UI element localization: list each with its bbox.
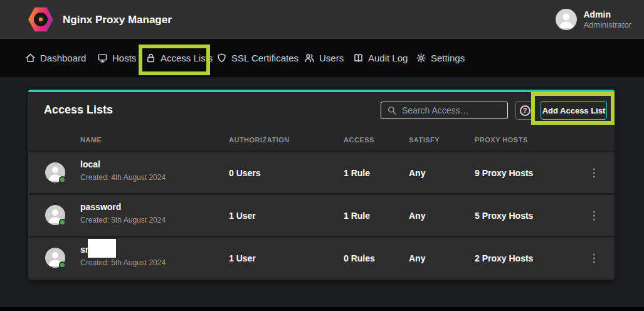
access-cell: 1 Rule <box>344 168 370 178</box>
nav-item-audit-log[interactable]: Audit Log <box>353 39 408 77</box>
nav-label: Audit Log <box>368 53 408 63</box>
row-actions-menu-icon[interactable] <box>591 208 598 223</box>
proxy-hosts-cell: 9 Proxy Hosts <box>475 168 533 178</box>
top-header-bar: Nginx Proxy Manager Admin Administrator <box>0 0 644 39</box>
satisfy-cell: Any <box>409 211 425 221</box>
column-header-proxy-hosts: PROXY HOSTS <box>475 136 528 144</box>
access-list-created: Created: 5th August 2024 <box>80 258 166 267</box>
user-name: Admin <box>583 9 631 20</box>
proxy-hosts-cell: 2 Proxy Hosts <box>475 253 533 263</box>
satisfy-cell: Any <box>409 253 425 263</box>
user-text: Admin Administrator <box>583 9 631 30</box>
panel-accent-bar <box>28 90 615 92</box>
table-row[interactable]: password Created: 5th August 2024 1 User… <box>28 195 615 236</box>
avatar <box>45 205 65 225</box>
user-avatar[interactable] <box>556 9 577 30</box>
table-row[interactable]: sn Created: 5th August 2024 1 User 0 Rul… <box>28 238 615 278</box>
lock-icon <box>145 53 156 63</box>
column-header-satisfy: SATISFY <box>409 136 440 144</box>
users-icon <box>304 53 315 63</box>
access-lists-panel: Access Lists ? Add Access List NAME AUTH… <box>28 90 615 280</box>
authorization-cell: 1 User <box>229 253 256 263</box>
access-list-name: local <box>80 159 100 169</box>
access-list-created: Created: 5th August 2024 <box>80 216 166 224</box>
nav-item-dashboard[interactable]: Dashboard <box>25 39 86 77</box>
nav-label: Settings <box>431 53 465 63</box>
user-menu[interactable]: Admin Administrator <box>556 9 631 30</box>
user-role: Administrator <box>583 20 631 30</box>
nav-item-ssl-certificates[interactable]: SSL Certificates <box>216 39 298 77</box>
avatar <box>45 248 65 268</box>
search-box[interactable] <box>381 102 508 119</box>
panel-title: Access Lists <box>44 103 113 117</box>
shield-icon <box>216 53 227 63</box>
online-status-dot <box>59 219 66 226</box>
nav-label: Users <box>319 53 344 63</box>
gear-icon <box>416 53 426 63</box>
nav-item-access-lists[interactable]: Access Lists <box>145 39 213 77</box>
column-header-access: ACCESS <box>344 136 374 144</box>
question-icon: ? <box>520 105 531 116</box>
app-title: Nginx Proxy Manager <box>63 14 172 26</box>
column-header-name: NAME <box>80 136 102 144</box>
row-actions-menu-icon[interactable] <box>591 251 598 265</box>
npm-logo-icon <box>28 6 53 33</box>
satisfy-cell: Any <box>409 168 425 178</box>
access-list-name: password <box>80 202 121 212</box>
online-status-dot <box>59 261 66 268</box>
online-status-dot <box>59 176 66 183</box>
column-header-authorization: AUTHORIZATION <box>229 136 290 144</box>
nginx-proxy-manager-window: Nginx Proxy Manager Admin Administrator … <box>0 0 644 311</box>
main-navigation: Dashboard Hosts Access Lists SSL Certifi… <box>0 39 644 77</box>
nav-label: Hosts <box>112 53 136 63</box>
add-access-list-button[interactable]: Add Access List <box>541 101 607 120</box>
search-input[interactable] <box>402 105 499 115</box>
table-row[interactable]: local Created: 4th August 2024 0 Users 1… <box>28 152 615 193</box>
proxy-hosts-cell: 5 Proxy Hosts <box>475 211 533 221</box>
avatar <box>45 162 65 182</box>
nav-item-users[interactable]: Users <box>304 39 344 77</box>
redaction-box <box>88 239 116 258</box>
home-icon <box>25 53 36 63</box>
bottom-edge <box>0 307 644 311</box>
nav-item-hosts[interactable]: Hosts <box>97 39 136 77</box>
authorization-cell: 1 User <box>229 211 256 221</box>
nav-label: Dashboard <box>40 53 86 63</box>
authorization-cell: 0 Users <box>229 168 261 178</box>
nav-item-settings[interactable]: Settings <box>416 39 465 77</box>
book-icon <box>353 53 364 63</box>
access-list-created: Created: 4th August 2024 <box>80 173 166 182</box>
person-icon <box>556 9 577 30</box>
row-actions-menu-icon[interactable] <box>591 166 598 180</box>
access-cell: 1 Rule <box>344 211 370 221</box>
monitor-icon <box>97 53 108 63</box>
access-lists-table: local Created: 4th August 2024 0 Users 1… <box>28 150 615 278</box>
help-button[interactable]: ? <box>515 101 534 120</box>
nav-label: SSL Certificates <box>231 53 298 63</box>
access-cell: 0 Rules <box>344 253 375 263</box>
search-icon <box>387 105 397 115</box>
nav-label: Access Lists <box>161 53 213 63</box>
